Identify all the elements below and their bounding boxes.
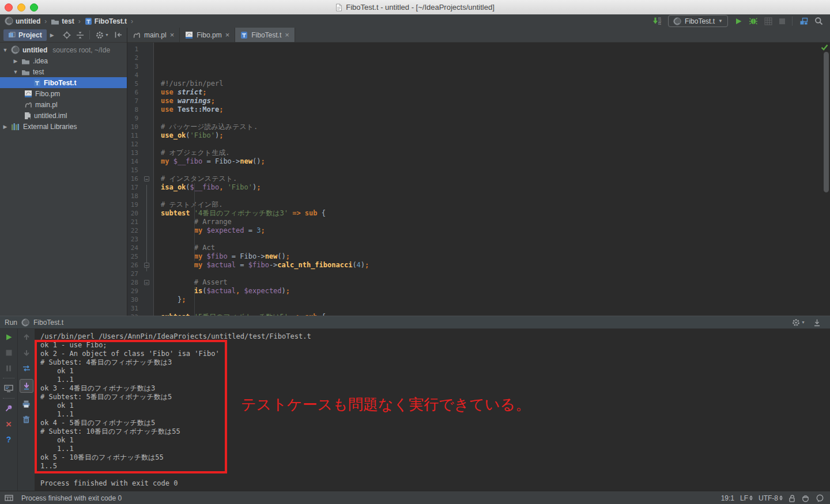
breadcrumb-folder[interactable]: test bbox=[51, 17, 74, 25]
code-line bbox=[161, 270, 830, 278]
pause-output-button[interactable] bbox=[3, 363, 14, 373]
toolwindow-toggle-icon[interactable] bbox=[5, 494, 13, 502]
soft-wrap-button[interactable] bbox=[21, 363, 32, 373]
toolbar-separator bbox=[89, 31, 90, 39]
code-line bbox=[161, 304, 830, 313]
line-number: 30 bbox=[127, 295, 153, 304]
chevron-down-icon[interactable]: ▼ bbox=[13, 69, 18, 75]
up-stack-trace-button[interactable] bbox=[21, 332, 32, 342]
tree-item-fibotest[interactable]: FiboTest.t bbox=[0, 77, 127, 88]
restore-layout-icon[interactable] bbox=[799, 17, 808, 25]
chevron-right-icon[interactable]: ▶ bbox=[2, 124, 8, 130]
tree-item-main-pl[interactable]: main.pl bbox=[0, 99, 127, 110]
run-panel-title: Run bbox=[5, 319, 17, 327]
help-button[interactable]: ? bbox=[3, 435, 14, 444]
clear-all-icon[interactable] bbox=[21, 415, 32, 424]
breadcrumb-project[interactable]: untitled bbox=[5, 17, 40, 25]
tab-project[interactable]: Project bbox=[3, 29, 47, 41]
close-panel-button[interactable]: × bbox=[3, 419, 14, 429]
line-number: 27 bbox=[127, 270, 153, 278]
tree-item-untitled[interactable]: ▼ untitled sources root, ~/Ide bbox=[0, 44, 127, 55]
gear-icon[interactable]: ▼ bbox=[96, 31, 109, 39]
fold-marker-icon[interactable]: − bbox=[144, 280, 149, 285]
hector-inspector-icon[interactable] bbox=[801, 494, 810, 502]
code-editor[interactable]: 12345678910111213141516−1718192021222324… bbox=[127, 43, 830, 316]
code-line bbox=[161, 192, 830, 200]
tree-item-idea-folder[interactable]: ▶ .idea bbox=[0, 55, 127, 66]
debug-button[interactable] bbox=[749, 17, 758, 25]
close-tab-icon[interactable]: × bbox=[170, 31, 175, 39]
line-number: 11 bbox=[127, 131, 153, 140]
onion-config-icon bbox=[673, 17, 681, 25]
line-number: 4 bbox=[127, 71, 153, 79]
breadcrumb-file[interactable]: FiboTest.t bbox=[85, 17, 127, 25]
tree-item-external-libraries[interactable]: ▶ External Libraries bbox=[0, 121, 127, 132]
breadcrumb-separator-icon: › bbox=[43, 17, 48, 25]
status-right: 19:1 LF UTF-8 bbox=[721, 494, 830, 502]
close-tab-icon[interactable]: × bbox=[225, 31, 230, 39]
tab-fibo-pm[interactable]: Fibo.pm × bbox=[180, 28, 235, 42]
hide-panel-icon[interactable] bbox=[114, 31, 122, 39]
line-number: 10 bbox=[127, 123, 153, 131]
run-panel-header: Run FiboTest.t ▼ bbox=[0, 316, 830, 329]
stop-button[interactable] bbox=[779, 18, 786, 25]
tab-main-pl[interactable]: main.pl × bbox=[127, 28, 180, 42]
line-number: 21 bbox=[127, 218, 153, 226]
encoding-select[interactable]: UTF-8 bbox=[759, 494, 783, 502]
line-number: 13 bbox=[127, 149, 153, 157]
svg-text:01: 01 bbox=[658, 22, 662, 25]
run-button[interactable] bbox=[734, 17, 742, 25]
chevron-right-icon[interactable]: ▶ bbox=[50, 32, 54, 38]
line-separator-select[interactable]: LF bbox=[740, 494, 753, 502]
coverage-button[interactable] bbox=[764, 17, 772, 25]
line-number: 26 bbox=[127, 261, 153, 270]
close-tab-icon[interactable]: × bbox=[285, 31, 289, 39]
search-everywhere-icon[interactable] bbox=[814, 17, 823, 25]
breadcrumb-separator-icon: › bbox=[77, 17, 82, 25]
rerun-button[interactable] bbox=[3, 332, 14, 342]
code-line: use_ok('Fibo'); bbox=[161, 131, 830, 140]
code-line bbox=[161, 235, 830, 244]
inspection-ok-icon[interactable] bbox=[821, 44, 828, 51]
test-file-icon bbox=[240, 31, 248, 39]
code-line: # パッケージ読み込みテスト. bbox=[161, 123, 830, 131]
pin-button[interactable] bbox=[3, 404, 14, 413]
chevron-down-icon[interactable]: ▼ bbox=[2, 47, 8, 53]
fold-marker-icon[interactable]: − bbox=[144, 263, 149, 268]
editor-code[interactable]: #!/usr/bin/perluse strict;use warnings;u… bbox=[154, 43, 830, 316]
down-stack-trace-button[interactable] bbox=[21, 348, 32, 357]
editor-area: main.pl × Fibo.pm × FiboTest.t × 1234567… bbox=[127, 28, 830, 316]
line-number: 3 bbox=[127, 62, 153, 71]
run-panel-body: × ? /usr/bin/perl /Users/AnnPin/IdeaProj… bbox=[0, 329, 830, 491]
print-button[interactable] bbox=[21, 399, 32, 408]
stop-button[interactable] bbox=[3, 348, 14, 357]
vcs-update-icon[interactable]: 011001 bbox=[652, 17, 662, 25]
code-line: # インスタンステスト. bbox=[161, 175, 830, 183]
collapse-all-icon[interactable] bbox=[76, 31, 84, 39]
code-line: subtest '4番目のフィボナッチ数は3' => sub { bbox=[161, 209, 830, 218]
editor-tab-bar: main.pl × Fibo.pm × FiboTest.t × bbox=[127, 28, 830, 43]
run-configuration-select[interactable]: FiboTest.t ▼ bbox=[668, 15, 728, 27]
gear-icon[interactable]: ▼ bbox=[792, 319, 805, 327]
line-number: 6 bbox=[127, 88, 153, 97]
status-message[interactable]: Process finished with exit code 0 bbox=[21, 494, 122, 502]
breadcrumb: untitled › test › FiboTest.t › bbox=[0, 17, 134, 25]
tab-fibotest-t[interactable]: FiboTest.t × bbox=[235, 28, 295, 42]
code-line: }; bbox=[161, 295, 830, 304]
event-log-icon[interactable] bbox=[816, 494, 824, 502]
editor-scrollbar[interactable] bbox=[824, 52, 829, 192]
locate-file-icon[interactable] bbox=[63, 31, 71, 39]
status-bar: Process finished with exit code 0 19:1 L… bbox=[0, 491, 830, 504]
line-number: 9 bbox=[127, 114, 153, 123]
tree-item-test-folder[interactable]: ▼ test bbox=[0, 66, 127, 77]
tree-item-untitled-iml[interactable]: untitled.iml bbox=[0, 110, 127, 121]
fold-marker-icon[interactable]: − bbox=[144, 176, 149, 181]
hide-panel-down-icon[interactable] bbox=[813, 319, 821, 327]
show-console-button[interactable] bbox=[3, 384, 14, 393]
scroll-to-end-button[interactable] bbox=[20, 379, 33, 393]
caret-position[interactable]: 19:1 bbox=[721, 494, 734, 502]
lock-icon[interactable] bbox=[788, 494, 795, 502]
chevron-right-icon[interactable]: ▶ bbox=[13, 58, 18, 64]
folder-icon bbox=[51, 18, 59, 25]
tree-item-fibo-pm[interactable]: Fibo.pm bbox=[0, 88, 127, 99]
